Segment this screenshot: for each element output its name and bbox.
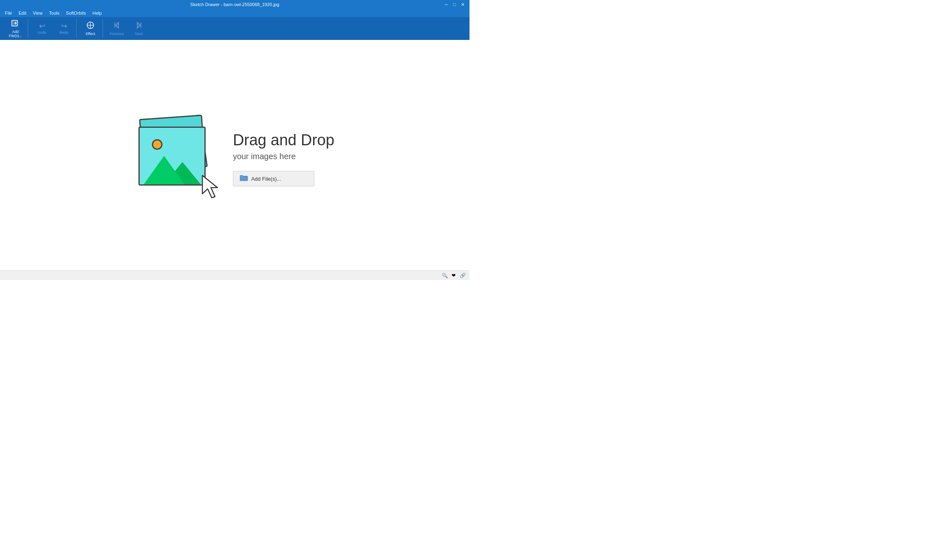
menu-tools[interactable]: Tools bbox=[46, 10, 63, 16]
next-icon bbox=[134, 21, 143, 31]
drop-text-area: Drag and Drop your images here Add File(… bbox=[233, 132, 334, 187]
menu-view[interactable]: View bbox=[30, 10, 46, 16]
toolbar: Add File(s)... ↩ Undo ↪ Redo Effect bbox=[0, 17, 470, 40]
cursor-arrow bbox=[200, 173, 221, 198]
svg-rect-11 bbox=[240, 176, 248, 181]
drop-zone: Drag and Drop your images here Add File(… bbox=[135, 114, 334, 204]
menu-bar: File Edit View Tools SoftOrbits Help bbox=[0, 9, 470, 17]
status-zoom-button[interactable]: 🔍 bbox=[441, 272, 448, 279]
menu-edit[interactable]: Edit bbox=[15, 10, 30, 16]
toolbar-group-file: Add File(s)... bbox=[3, 19, 28, 38]
minimize-button[interactable]: ─ bbox=[443, 1, 450, 8]
toolbar-effect-button[interactable]: Effect bbox=[80, 19, 101, 38]
toolbar-previous-button[interactable]: Previous bbox=[106, 19, 127, 38]
menu-help[interactable]: Help bbox=[89, 10, 105, 16]
add-files-icon bbox=[11, 19, 20, 29]
status-bar: 🔍 ❤ 🔗 bbox=[0, 270, 470, 280]
svg-marker-8 bbox=[137, 22, 140, 28]
svg-marker-6 bbox=[115, 22, 118, 28]
image-stack-illustration bbox=[135, 114, 217, 204]
menu-file[interactable]: File bbox=[2, 10, 15, 16]
toolbar-group-effect: Effect bbox=[78, 19, 103, 38]
toolbar-redo-button[interactable]: ↪ Redo bbox=[53, 19, 75, 38]
image-mountain-left bbox=[144, 156, 184, 184]
redo-label: Redo bbox=[59, 31, 68, 35]
drag-drop-title: Drag and Drop bbox=[233, 132, 334, 149]
undo-label: Undo bbox=[37, 31, 46, 35]
image-card-front bbox=[138, 127, 206, 186]
close-button[interactable]: ✕ bbox=[459, 1, 466, 8]
redo-icon: ↪ bbox=[61, 22, 67, 30]
drag-drop-subtitle: your images here bbox=[233, 152, 334, 161]
add-files-button[interactable]: Add File(s)... bbox=[233, 171, 314, 186]
effect-label: Effect bbox=[86, 32, 95, 36]
toolbar-group-history: ↩ Undo ↪ Redo bbox=[30, 19, 77, 38]
toolbar-undo-button[interactable]: ↩ Undo bbox=[31, 19, 53, 38]
toolbar-group-navigate: Previous Next bbox=[105, 19, 151, 38]
menu-softorbits[interactable]: SoftOrbits bbox=[63, 10, 89, 16]
title-bar-controls: ─ □ ✕ bbox=[443, 1, 466, 8]
toolbar-next-button[interactable]: Next bbox=[128, 19, 149, 38]
next-label: Next bbox=[135, 32, 143, 36]
maximize-button[interactable]: □ bbox=[451, 1, 458, 8]
main-content: Drag and Drop your images here Add File(… bbox=[0, 40, 470, 270]
title-bar: Sketch Drawer - barn-owl-2550068_1920.jp… bbox=[0, 0, 470, 9]
add-files-btn-label: Add File(s)... bbox=[251, 176, 281, 182]
svg-marker-10 bbox=[202, 175, 217, 198]
title-bar-text: Sketch Drawer - barn-owl-2550068_1920.jp… bbox=[190, 2, 279, 7]
status-link-button[interactable]: 🔗 bbox=[459, 272, 466, 279]
image-sun bbox=[152, 139, 162, 150]
previous-label: Previous bbox=[110, 32, 124, 36]
previous-icon bbox=[112, 21, 121, 31]
undo-icon: ↩ bbox=[39, 22, 45, 30]
effect-icon bbox=[86, 21, 95, 31]
status-heart-button[interactable]: ❤ bbox=[450, 272, 457, 279]
add-files-label: Add File(s)... bbox=[9, 30, 22, 38]
toolbar-add-files-button[interactable]: Add File(s)... bbox=[5, 19, 26, 38]
status-icons: 🔍 ❤ 🔗 bbox=[441, 272, 466, 279]
folder-icon bbox=[240, 175, 248, 183]
